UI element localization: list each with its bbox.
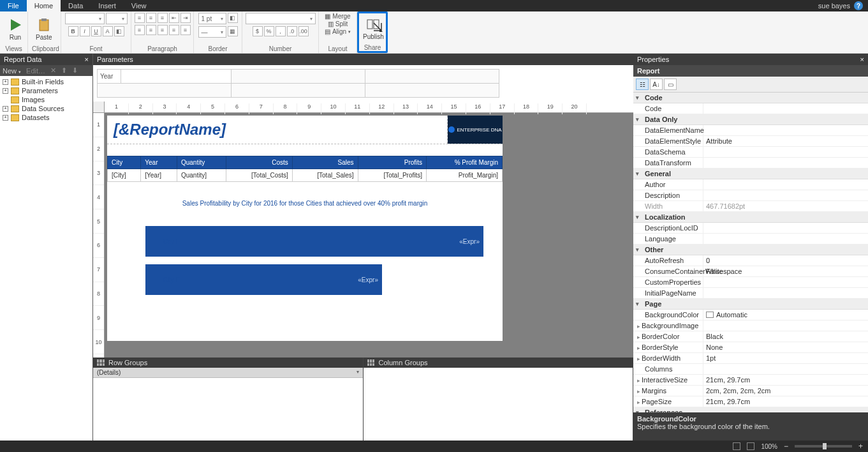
tab-file[interactable]: File	[0, 0, 27, 11]
align-left[interactable]: ≡	[135, 25, 145, 35]
prop-category[interactable]: ▾Page	[633, 299, 868, 310]
properties-grid[interactable]: ▾CodeCode▾Data OnlyDataElementNameDataEl…	[633, 93, 868, 412]
prop-row[interactable]: ▸BorderWidth1pt	[633, 353, 868, 364]
close-icon[interactable]: ×	[860, 56, 864, 63]
tree-images[interactable]: Images	[0, 95, 92, 104]
up-icon[interactable]: ⬆	[61, 66, 67, 75]
design-surface[interactable]: 1234567891011121314151617181920 12345678…	[93, 102, 633, 358]
font-size-combo[interactable]: ▾	[106, 13, 128, 24]
prop-row[interactable]: ▸Margins2cm, 2cm, 2cm, 2cm	[633, 386, 868, 396]
zoom-in-button[interactable]: +	[858, 442, 863, 451]
number-format-combo[interactable]: ▾	[246, 13, 316, 24]
tree-datasets[interactable]: +Datasets	[0, 113, 92, 122]
font-color-button[interactable]: A	[103, 26, 113, 36]
paste-button[interactable]: Paste	[32, 15, 56, 43]
zoom-slider[interactable]	[795, 445, 852, 448]
align-right[interactable]: ≡	[158, 25, 168, 35]
align-button[interactable]: ▤Align▾	[325, 28, 351, 35]
tree-parameters[interactable]: +Parameters	[0, 86, 92, 95]
chevron-down-icon[interactable]: ▾	[357, 369, 359, 376]
property-pages-button[interactable]: ▭	[664, 79, 677, 90]
categorized-button[interactable]: ☷	[636, 79, 649, 90]
merge-button[interactable]: ▦Merge	[325, 13, 350, 20]
comma-button[interactable]: ,	[276, 26, 286, 36]
align-tr[interactable]: ≡	[158, 13, 168, 23]
split-button[interactable]: ▥Split	[328, 20, 348, 27]
percent-button[interactable]: %	[264, 26, 274, 36]
prop-category[interactable]: ▾Other	[633, 245, 868, 255]
details-group[interactable]: (Details)▾	[93, 368, 363, 378]
prop-category[interactable]: ▾References	[633, 407, 868, 412]
run-button[interactable]: Run	[4, 15, 27, 43]
edit-button[interactable]: Edit…	[26, 67, 45, 75]
prop-row[interactable]: AutoRefresh0	[633, 255, 868, 266]
align-tl[interactable]: ≡	[135, 13, 145, 23]
prop-row[interactable]: BackgroundColorAutomatic	[633, 310, 868, 320]
align-br[interactable]: ≡	[180, 25, 191, 35]
align-center[interactable]: ≡	[146, 25, 156, 35]
align-bl[interactable]: ≡	[169, 25, 179, 35]
prop-row[interactable]: ▸BackgroundImage	[633, 320, 868, 331]
tab-home[interactable]: Home	[27, 0, 61, 11]
prop-row[interactable]: Author	[633, 179, 868, 190]
logo-cell[interactable]: ENTERPRISE DNA	[448, 116, 503, 144]
down-icon[interactable]: ⬇	[72, 66, 78, 75]
italic-button[interactable]: I	[80, 26, 90, 36]
indent-dec[interactable]: ⇤	[169, 13, 179, 23]
prop-row[interactable]: DataElementStyleAttribute	[633, 136, 868, 147]
prop-category[interactable]: ▾Data Only	[633, 114, 868, 125]
delete-icon[interactable]: ✕	[50, 66, 56, 75]
view-mode-icon[interactable]	[747, 442, 754, 450]
tab-view[interactable]: View	[124, 0, 154, 11]
currency-button[interactable]: $	[253, 26, 263, 36]
prop-row[interactable]: DataElementName	[633, 125, 868, 136]
report-title[interactable]: [&ReportName]	[107, 116, 448, 144]
border-color[interactable]: ◧	[228, 13, 238, 23]
bold-button[interactable]: B	[68, 26, 78, 36]
prop-category[interactable]: ▾Code	[633, 93, 868, 103]
tree-datasources[interactable]: +Data Sources	[0, 104, 92, 113]
chart-area[interactable]: City F «Expr» City E «Expr»	[107, 226, 503, 341]
dec-decimal[interactable]: .00	[298, 26, 309, 36]
prop-row[interactable]: Description	[633, 190, 868, 201]
prop-row[interactable]: Columns	[633, 364, 868, 375]
font-family-combo[interactable]: ▾	[65, 13, 105, 24]
view-mode-icon[interactable]	[733, 442, 740, 450]
help-icon[interactable]: ?	[854, 1, 863, 10]
prop-category[interactable]: ▾Localization	[633, 212, 868, 223]
underline-button[interactable]: U	[91, 26, 101, 36]
param-year-input[interactable]	[121, 70, 231, 83]
param-empty-cell[interactable]	[232, 84, 365, 98]
prop-row[interactable]: DataTransform	[633, 158, 868, 169]
publish-button[interactable]: Publish	[359, 14, 388, 43]
border-preset[interactable]: ▦	[228, 26, 238, 36]
prop-row[interactable]: DataSchema	[633, 147, 868, 158]
border-size-combo[interactable]: 1 pt▾	[198, 13, 226, 24]
prop-row[interactable]: CustomProperties	[633, 277, 868, 288]
prop-row[interactable]: ConsumeContainerWhitespaceFalse	[633, 266, 868, 277]
align-tc[interactable]: ≡	[146, 13, 156, 23]
tab-insert[interactable]: Insert	[91, 0, 124, 11]
prop-row[interactable]: ▸PageSize21cm, 29.7cm	[633, 396, 868, 407]
report-canvas[interactable]: [&ReportName] ENTERPRISE DNA CityYearQua…	[107, 116, 503, 341]
indent-inc[interactable]: ⇥	[180, 13, 191, 23]
param-empty-cell[interactable]	[365, 70, 499, 84]
prop-row[interactable]: ▸BorderStyleNone	[633, 342, 868, 353]
prop-row[interactable]: Width467.71682pt	[633, 201, 868, 212]
param-empty-cell[interactable]	[98, 84, 232, 98]
data-table[interactable]: CityYearQuantityCostsSalesProfits% Profi…	[107, 156, 503, 182]
prop-row[interactable]: DescriptionLocID	[633, 223, 868, 234]
prop-row[interactable]: Language	[633, 234, 868, 245]
prop-category[interactable]: ▾General	[633, 169, 868, 179]
tree-builtin[interactable]: +Built-in Fields	[0, 77, 92, 86]
alphabetical-button[interactable]: A↓	[650, 79, 663, 90]
prop-row[interactable]: ▸InteractiveSize21cm, 29.7cm	[633, 375, 868, 386]
close-icon[interactable]: ×	[85, 56, 89, 63]
prop-row[interactable]: InitialPageName	[633, 288, 868, 299]
fill-color-button[interactable]: ◧	[114, 26, 124, 36]
chart-caption[interactable]: Sales Profitability by City for 2016 for…	[107, 200, 503, 207]
param-empty-cell[interactable]	[365, 84, 499, 98]
prop-row[interactable]: Code	[633, 103, 868, 114]
tab-data[interactable]: Data	[61, 0, 91, 11]
inc-decimal[interactable]: .0	[287, 26, 297, 36]
